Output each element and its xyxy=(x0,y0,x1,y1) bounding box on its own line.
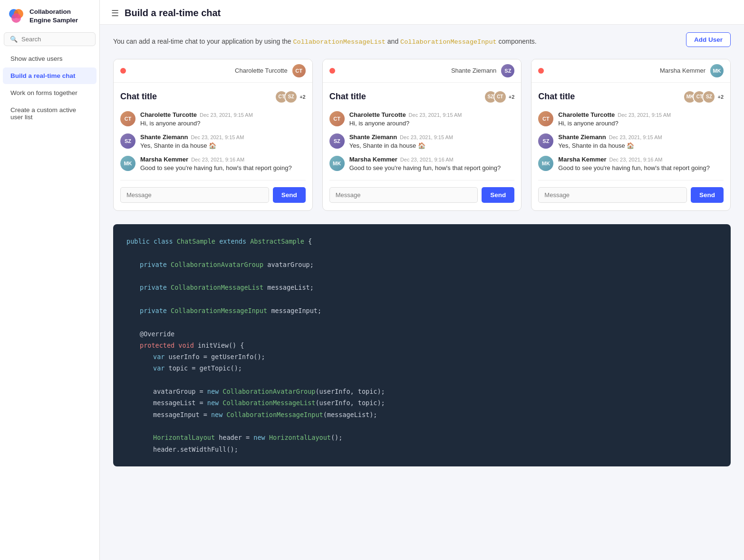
chat-3-messages: CT Charolette TurcotteDec 23, 2021, 9:15… xyxy=(538,111,724,173)
msg-1-2-avatar: SZ xyxy=(120,133,135,149)
msg-1-3-content: Marsha KemmerDec 23, 2021, 9:16 AM Good … xyxy=(140,156,306,172)
msg-3-1-content: Charolette TurcotteDec 23, 2021, 9:15 AM… xyxy=(558,111,724,128)
sidebar-item-show-active-users[interactable]: Show active users xyxy=(3,50,97,67)
chat-1-send-button[interactable]: Send xyxy=(273,187,306,203)
page-title: Build a real-time chat xyxy=(125,8,221,19)
message-1-2: SZ Shante ZiemannDec 23, 2021, 9:15 AM Y… xyxy=(120,133,306,150)
chat-panel-2: Shante Ziemann SZ Chat title SZ CT +2 xyxy=(322,59,522,211)
main-header: ☰ Build a real-time chat xyxy=(100,0,744,25)
avatar-count-3: +2 xyxy=(717,94,724,100)
collaboration-message-list-link[interactable]: CollaborationMessageList xyxy=(293,38,386,45)
panel-3-avatar: MK xyxy=(710,64,724,77)
chat-panels: Charolette Turcotte CT Chat title CT SZ … xyxy=(113,59,731,211)
msg-3-3-content: Marsha KemmerDec 23, 2021, 9:16 AM Good … xyxy=(558,156,724,172)
msg-1-1-avatar: CT xyxy=(120,111,135,126)
chat-3-avatar-group: MK CT SZ +2 xyxy=(683,90,724,104)
panel-1-body: Chat title CT SZ +2 CT Charolette Turcot… xyxy=(114,83,312,211)
message-1-1: CT Charolette TurcotteDec 23, 2021, 9:15… xyxy=(120,111,306,128)
sidebar-item-build-real-time-chat[interactable]: Build a real-time chat xyxy=(3,67,97,84)
message-2-3: MK Marsha KemmerDec 23, 2021, 9:16 AM Go… xyxy=(329,156,515,172)
chat-3-title-row: Chat title MK CT SZ +2 xyxy=(538,90,724,104)
content-area: Add User You can add a real-time chat to… xyxy=(100,25,744,478)
panel-3-header: Marsha Kemmer MK xyxy=(531,59,730,83)
sidebar-nav: Show active users Build a real-time chat… xyxy=(0,50,99,126)
avatar2-ct: CT xyxy=(493,90,507,104)
chat-1-title-row: Chat title CT SZ +2 xyxy=(120,90,306,104)
chat-2-messages: CT Charolette TurcotteDec 23, 2021, 9:15… xyxy=(329,111,515,173)
code-block: public class ChatSample extends Abstract… xyxy=(113,224,731,466)
svg-point-2 xyxy=(11,13,21,23)
sidebar-item-work-on-forms[interactable]: Work on forms together xyxy=(3,85,97,101)
chat-2-input-row: Send xyxy=(329,180,515,203)
avatar3-sz: SZ xyxy=(702,90,715,104)
msg-1-2-content: Shante ZiemannDec 23, 2021, 9:15 AM Yes,… xyxy=(140,133,306,150)
msg-2-2-content: Shante ZiemannDec 23, 2021, 9:15 AM Yes,… xyxy=(349,133,515,150)
msg-2-3-avatar: MK xyxy=(329,156,345,171)
chat-2-avatar-group: SZ CT +2 xyxy=(484,90,515,104)
collaboration-message-input-link[interactable]: CollaborationMessageInput xyxy=(400,38,497,45)
chat-3-message-input[interactable] xyxy=(538,187,687,203)
msg-1-3-avatar: MK xyxy=(120,156,135,171)
panel-1-username: Charolette Turcotte xyxy=(235,67,288,74)
message-2-1: CT Charolette TurcotteDec 23, 2021, 9:15… xyxy=(329,111,515,128)
chat-2-title: Chat title xyxy=(329,92,366,102)
add-user-button[interactable]: Add User xyxy=(686,32,731,47)
app-logo-icon xyxy=(8,8,25,25)
panel-2-avatar: SZ xyxy=(501,64,514,77)
main-content: ☰ Build a real-time chat Add User You ca… xyxy=(100,0,744,560)
app-title: Collaboration Engine Sampler xyxy=(29,8,78,24)
message-3-2: SZ Shante ZiemannDec 23, 2021, 9:15 AM Y… xyxy=(538,133,724,150)
chat-1-avatar-group: CT SZ +2 xyxy=(275,90,306,104)
msg-2-1-avatar: CT xyxy=(329,111,345,126)
msg-1-1-content: Charolette TurcotteDec 23, 2021, 9:15 AM… xyxy=(140,111,306,128)
sidebar: Collaboration Engine Sampler 🔍 Show acti… xyxy=(0,0,100,560)
panel-3-body: Chat title MK CT SZ +2 CT Charolette T xyxy=(531,83,730,211)
msg-3-1-avatar: CT xyxy=(538,111,553,126)
chat-1-messages: CT Charolette TurcotteDec 23, 2021, 9:15… xyxy=(120,111,306,173)
message-3-3: MK Marsha KemmerDec 23, 2021, 9:16 AM Go… xyxy=(538,156,724,172)
chat-1-title: Chat title xyxy=(120,92,157,102)
chat-panel-3: Marsha Kemmer MK Chat title MK CT SZ +2 xyxy=(531,59,731,211)
chat-3-title: Chat title xyxy=(538,92,575,102)
chat-3-input-row: Send xyxy=(538,180,724,203)
chat-panel-1: Charolette Turcotte CT Chat title CT SZ … xyxy=(113,59,313,211)
message-3-1: CT Charolette TurcotteDec 23, 2021, 9:15… xyxy=(538,111,724,128)
message-1-3: MK Marsha KemmerDec 23, 2021, 9:16 AM Go… xyxy=(120,156,306,172)
chat-2-send-button[interactable]: Send xyxy=(482,187,514,203)
msg-3-2-avatar: SZ xyxy=(538,133,553,149)
panel-2-body: Chat title SZ CT +2 CT Charolette Turcot… xyxy=(323,83,522,211)
chat-3-send-button[interactable]: Send xyxy=(691,187,724,203)
message-2-2: SZ Shante ZiemannDec 23, 2021, 9:15 AM Y… xyxy=(329,133,515,150)
chat-2-title-row: Chat title SZ CT +2 xyxy=(329,90,515,104)
chat-1-message-input[interactable] xyxy=(120,187,269,203)
sidebar-item-custom-active-user-list[interactable]: Create a custom active user list xyxy=(3,102,97,125)
app-logo-area: Collaboration Engine Sampler xyxy=(0,0,99,30)
search-bar[interactable]: 🔍 xyxy=(4,32,96,46)
panel-1-header: Charolette Turcotte CT xyxy=(114,59,312,83)
panel-1-dot xyxy=(120,68,126,74)
panel-1-avatar: CT xyxy=(292,64,306,77)
msg-3-3-avatar: MK xyxy=(538,156,553,171)
panel-2-dot xyxy=(329,68,335,74)
avatar-sz: SZ xyxy=(284,90,298,104)
msg-2-1-content: Charolette TurcotteDec 23, 2021, 9:15 AM… xyxy=(349,111,515,128)
hamburger-icon[interactable]: ☰ xyxy=(111,8,119,19)
panel-2-username: Shante Ziemann xyxy=(451,67,496,74)
msg-2-3-content: Marsha KemmerDec 23, 2021, 9:16 AM Good … xyxy=(349,156,515,172)
search-input[interactable] xyxy=(21,36,89,43)
panel-3-dot xyxy=(538,68,544,74)
description-text: You can add a real-time chat to your app… xyxy=(113,36,731,47)
avatar-count-1: +2 xyxy=(300,94,306,100)
chat-1-input-row: Send xyxy=(120,180,306,203)
chat-2-message-input[interactable] xyxy=(329,187,478,203)
msg-2-2-avatar: SZ xyxy=(329,133,345,149)
search-icon: 🔍 xyxy=(10,36,18,43)
avatar-count-2: +2 xyxy=(509,94,515,100)
panel-3-username: Marsha Kemmer xyxy=(660,67,705,74)
panel-2-header: Shante Ziemann SZ xyxy=(323,59,522,83)
msg-3-2-content: Shante ZiemannDec 23, 2021, 9:15 AM Yes,… xyxy=(558,133,724,150)
